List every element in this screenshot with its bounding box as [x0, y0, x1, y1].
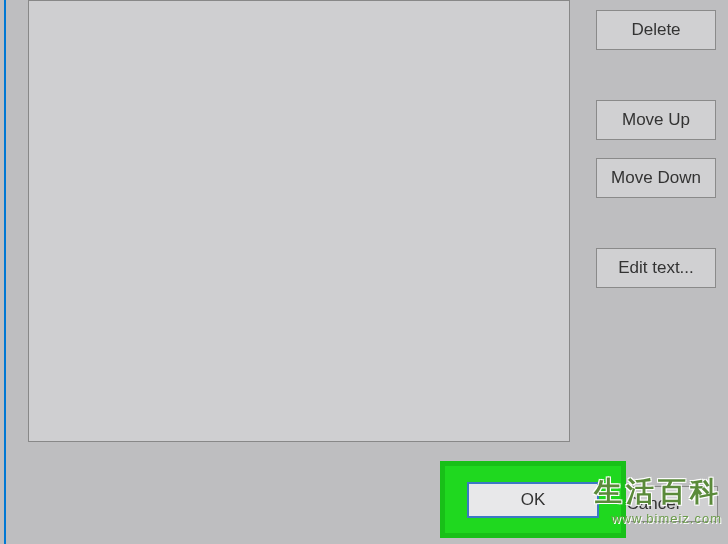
- side-button-panel: Delete Move Up Move Down Edit text...: [596, 10, 716, 288]
- delete-button[interactable]: Delete: [596, 10, 716, 50]
- edit-text-button[interactable]: Edit text...: [596, 248, 716, 288]
- items-listbox[interactable]: [28, 0, 570, 442]
- move-down-button[interactable]: Move Down: [596, 158, 716, 198]
- dialog-window: Delete Move Up Move Down Edit text... Ca…: [4, 0, 728, 544]
- ok-button[interactable]: OK: [467, 482, 599, 518]
- button-group-edit: Edit text...: [596, 248, 716, 288]
- move-up-button[interactable]: Move Up: [596, 100, 716, 140]
- button-group-move: Move Up Move Down: [596, 100, 716, 198]
- button-group-delete: Delete: [596, 10, 716, 50]
- ok-highlight-box: OK: [440, 461, 626, 538]
